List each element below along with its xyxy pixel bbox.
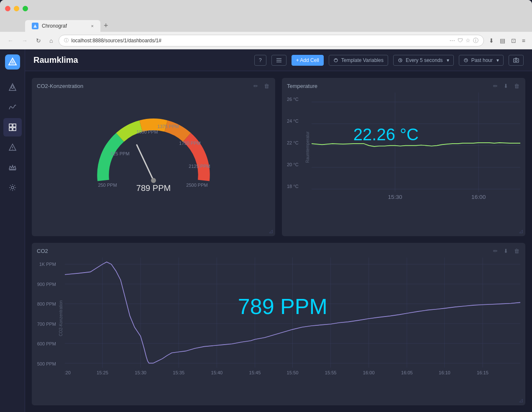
download-icon[interactable]: ⬇	[487, 36, 496, 46]
refresh-interval-button[interactable]: Every 5 seconds ▾	[393, 55, 454, 66]
url-bar[interactable]: ⓘ localhost:8888/sources/1/dashboards/1#…	[59, 35, 483, 46]
svg-text:15:40: 15:40	[211, 370, 223, 375]
active-tab[interactable]: Chronograf ×	[25, 20, 100, 32]
menu-icon[interactable]: ≡	[520, 36, 527, 46]
co2-y-label-500: 500 PPM	[37, 361, 56, 366]
svg-text:625 PPM: 625 PPM	[110, 151, 129, 156]
refresh-button[interactable]: ↻	[33, 36, 43, 46]
svg-rect-6	[13, 124, 16, 127]
app-logo[interactable]	[5, 54, 20, 70]
temperature-chart-area: 26 °C 24 °C 22 °C 20 °C 18 °C Raumtemper…	[287, 93, 520, 201]
temperature-big-value: 22.26 °C	[353, 125, 419, 144]
dashboard-header: Raumklima ? + Add Cell Template Vari	[25, 49, 532, 71]
temperature-title: Temperature	[287, 83, 520, 89]
temperature-y-axis-label: Raumtemperatur	[305, 93, 310, 201]
co2-chart-cell: CO2 ✏ ⬇ 🗑 1K PPM 900 PPM 800 PPM 700 PPM…	[32, 243, 525, 405]
co2-concentration-delete-button[interactable]: 🗑	[262, 82, 271, 90]
sidebar-item-graphs[interactable]	[3, 98, 22, 116]
co2-concentration-edit-button[interactable]: ✏	[252, 82, 260, 90]
co2-chart-title: CO2	[37, 248, 520, 254]
svg-text:2125 PPM: 2125 PPM	[189, 164, 210, 169]
dashboard-grid: CO2-Konzentration ✏ 🗑	[25, 71, 532, 412]
co2-concentration-cell: CO2-Konzentration ✏ 🗑	[32, 78, 275, 236]
temperature-edit-button[interactable]: ✏	[491, 82, 499, 90]
co2-resize-handle[interactable]: ⊿	[519, 397, 524, 404]
co2-y-label-1k: 1K PPM	[37, 262, 56, 267]
co2-concentration-actions: ✏ 🗑	[252, 82, 271, 90]
co2-y-label-900: 900 PPM	[37, 282, 56, 287]
browser-chrome: Chronograf × + ← → ↻ ⌂ ⓘ localhost:8888/…	[0, 0, 532, 49]
temperature-download-button[interactable]: ⬇	[502, 82, 510, 90]
svg-text:250 PPM: 250 PPM	[98, 183, 117, 188]
sidebar-item-dashboards[interactable]	[3, 118, 22, 136]
temperature-y-label-26: 26 °C	[287, 97, 303, 102]
tab-close-icon[interactable]: ×	[91, 23, 94, 28]
browser-tabs: Chronograf × +	[0, 17, 532, 32]
co2-chart-delete-button[interactable]: 🗑	[512, 247, 521, 255]
svg-rect-5	[9, 124, 12, 127]
svg-rect-8	[13, 128, 16, 131]
refresh-chevron-icon: ▾	[447, 57, 449, 63]
svg-text:15:30: 15:30	[388, 194, 402, 200]
svg-line-22	[137, 145, 153, 180]
co2-y-label-700: 700 PPM	[37, 322, 56, 327]
svg-text:15:35: 15:35	[173, 370, 184, 375]
forward-button[interactable]: →	[19, 36, 30, 46]
bookmarks-icon[interactable]: ▤	[498, 36, 507, 46]
sidebar-toggle-icon[interactable]: ⊡	[509, 36, 518, 46]
timerange-chevron-icon: ▾	[496, 57, 499, 63]
temperature-y-label-20: 20 °C	[287, 162, 303, 167]
help-button[interactable]: ?	[254, 55, 266, 66]
co2-y-label-800: 800 PPM	[37, 301, 56, 306]
svg-text:15:55: 15:55	[325, 370, 337, 375]
new-tab-button[interactable]: +	[100, 21, 112, 30]
browser-toolbar: ← → ↻ ⌂ ⓘ localhost:8888/sources/1/dashb…	[0, 32, 532, 49]
temp-resize-handle[interactable]: ⊿	[519, 228, 524, 234]
temperature-cell: Temperature ✏ ⬇ 🗑 26 °C 24 °C 22 °C 20 °…	[282, 78, 525, 236]
layout-button[interactable]	[271, 55, 286, 66]
svg-text:1000 PPM: 1000 PPM	[136, 129, 158, 134]
home-button[interactable]: ⌂	[47, 36, 55, 46]
temperature-chart-svg: 15:30 16:00	[312, 93, 520, 201]
svg-point-11	[12, 149, 13, 150]
browser-actions: ⬇ ▤ ⊡ ≡	[487, 36, 527, 46]
temperature-y-label-22: 22 °C	[287, 140, 303, 145]
svg-text:16:15: 16:15	[477, 370, 489, 375]
add-cell-button[interactable]: + Add Cell	[292, 55, 324, 66]
svg-text:16:00: 16:00	[471, 194, 486, 200]
co2-chart-edit-button[interactable]: ✏	[491, 247, 499, 255]
svg-text:789 PPM: 789 PPM	[136, 183, 171, 193]
tab-title: Chronograf	[42, 23, 67, 29]
sidebar	[0, 49, 25, 412]
back-button[interactable]: ←	[5, 36, 16, 46]
resize-handle[interactable]: ⊿	[269, 228, 274, 234]
svg-point-13	[11, 186, 14, 189]
maximize-button[interactable]	[23, 6, 28, 11]
svg-text:16:05: 16:05	[401, 370, 413, 375]
co2-line-chart: 789 PPM	[65, 258, 520, 379]
gauge-container: 250 PPM 625 PPM 1000 PPM 1375 PPM 1750 P…	[37, 93, 270, 210]
svg-text:15:20: 15:20	[65, 370, 71, 375]
sidebar-item-settings[interactable]	[3, 178, 22, 197]
co2-y-axis-label: CO2-Konzentration	[59, 258, 63, 379]
svg-text:1750 PPM: 1750 PPM	[179, 141, 200, 146]
svg-text:16:10: 16:10	[439, 370, 450, 375]
svg-point-4	[11, 86, 14, 88]
sidebar-item-crown[interactable]	[3, 158, 22, 177]
template-variables-button[interactable]: Template Variables	[329, 55, 388, 66]
titlebar	[0, 0, 532, 17]
close-button[interactable]	[5, 6, 10, 11]
svg-text:2500 PPM: 2500 PPM	[186, 183, 207, 188]
camera-button[interactable]	[509, 55, 524, 66]
sidebar-item-alerts[interactable]	[3, 138, 22, 157]
svg-text:15:45: 15:45	[249, 370, 261, 375]
svg-point-23	[151, 178, 156, 183]
svg-text:15:50: 15:50	[287, 370, 299, 375]
temperature-delete-button[interactable]: 🗑	[512, 82, 521, 90]
co2-chart-download-button[interactable]: ⬇	[502, 247, 510, 255]
timerange-button[interactable]: Past hour ▾	[459, 55, 504, 66]
temperature-y-label-24: 24 °C	[287, 118, 303, 124]
sidebar-item-sources[interactable]	[3, 78, 22, 96]
svg-text:15:30: 15:30	[135, 370, 146, 375]
minimize-button[interactable]	[14, 6, 19, 11]
